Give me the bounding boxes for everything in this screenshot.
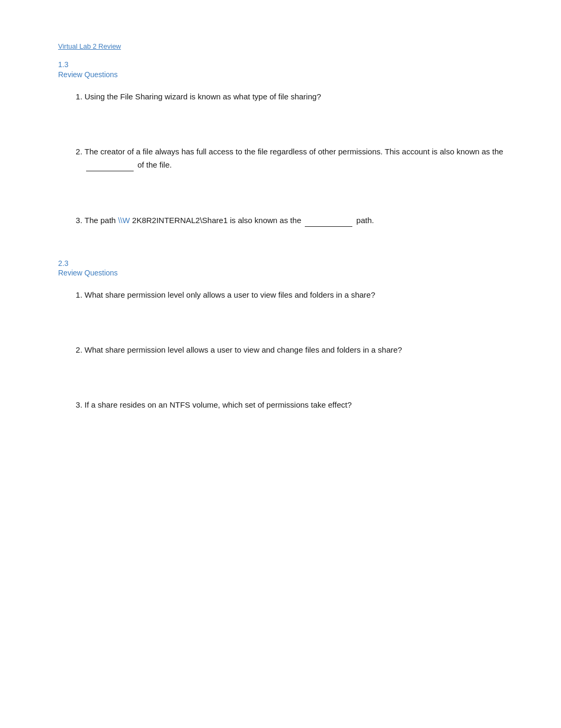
section-1-3-question-3: The path \\W 2K8R2INTERNAL2\Share1 is al… (85, 214, 513, 227)
section-2-3-title: Review Questions (58, 269, 513, 277)
section-2-3-question-2: What share permission level allows a use… (85, 344, 513, 356)
page-header-link[interactable]: Virtual Lab 2 Review (58, 42, 513, 50)
section-2-3-questions: What share permission level only allows … (58, 289, 513, 411)
question-2-3-2-text: What share permission level allows a use… (85, 345, 402, 354)
question-1-3-2-text-after: of the file. (135, 160, 172, 169)
section-2-3-question-1: What share permission level only allows … (85, 289, 513, 301)
section-1-3-question-2: The creator of a file always has full ac… (85, 145, 513, 171)
section-1-3-questions: Using the File Sharing wizard is known a… (58, 90, 513, 227)
section-1-3-header: 1.3 Review Questions (58, 60, 513, 79)
question-1-3-2-blank (86, 158, 134, 171)
section-2-3-header: 2.3 Review Questions (58, 259, 513, 278)
question-1-3-1-text: Using the File Sharing wizard is known a… (85, 92, 321, 101)
section-1-3-question-1: Using the File Sharing wizard is known a… (85, 90, 513, 103)
question-1-3-2-text-before: The creator of a file always has full ac… (85, 147, 503, 156)
section-2-3-question-3: If a share resides on an NTFS volume, wh… (85, 399, 513, 411)
section-1-3-number: 1.3 (58, 60, 513, 70)
question-1-3-3-text-before: The path (85, 216, 118, 225)
question-1-3-3-text-end: path. (354, 216, 374, 225)
question-2-3-1-text: What share permission level only allows … (85, 290, 375, 299)
section-2-3: 2.3 Review Questions What share permissi… (58, 259, 513, 412)
question-1-3-3-text-middle: 2K8R2INTERNAL2\Share1 is also known as t… (130, 216, 304, 225)
question-1-3-3-blank (305, 214, 352, 227)
section-1-3: 1.3 Review Questions Using the File Shar… (58, 60, 513, 227)
unc-path-icon: \\W (118, 216, 130, 225)
question-2-3-3-text: If a share resides on an NTFS volume, wh… (85, 400, 352, 409)
section-1-3-title: Review Questions (58, 70, 513, 79)
section-2-3-number: 2.3 (58, 259, 513, 269)
